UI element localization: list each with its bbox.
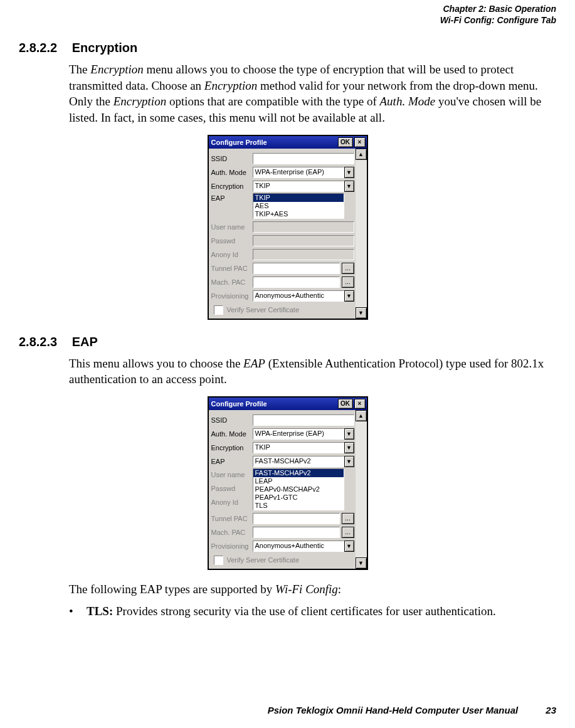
section-title: Encryption <box>72 41 137 55</box>
verify-cert-checkbox[interactable] <box>214 556 223 565</box>
label-tunnel-pac: Tunnel PAC <box>211 515 253 522</box>
label-provisioning: Provisioning <box>211 542 253 550</box>
verify-cert-checkbox[interactable] <box>214 305 223 315</box>
auth-mode-select[interactable]: WPA-Enterprise (EAP) <box>253 167 344 178</box>
mach-pac-input[interactable] <box>253 277 340 288</box>
tunnel-pac-input[interactable] <box>253 263 340 274</box>
dialog-titlebar[interactable]: Configure Profile OK × <box>209 136 367 149</box>
dialog-title: Configure Profile <box>211 400 337 408</box>
encryption-select[interactable]: TKIP <box>253 181 344 192</box>
username-input <box>253 221 354 233</box>
header-section: Wi-Fi Config: Configure Tab <box>19 15 556 26</box>
tunnel-pac-browse-button[interactable]: ... <box>342 513 354 524</box>
configure-profile-dialog-eap: Configure Profile OK × ▲ ▼ SSID Auth. Mo… <box>208 396 368 570</box>
paragraph-eap: This menu allows you to choose the EAP (… <box>69 356 556 388</box>
encryption-select[interactable]: TKIP <box>253 442 344 453</box>
ssid-input[interactable] <box>253 414 354 426</box>
label-eap: EAP <box>211 458 253 465</box>
bullet-tls: • TLS: Provides strong security via the … <box>69 603 556 620</box>
provisioning-select[interactable]: Anonymous+Authentic <box>253 541 344 552</box>
label-username: User name <box>211 471 253 478</box>
section-title: EAP <box>72 335 98 349</box>
label-encryption: Encryption <box>211 444 253 451</box>
ssid-input[interactable] <box>253 153 354 164</box>
section-number: 2.8.2.2 <box>19 41 57 55</box>
label-mach-pac: Mach. PAC <box>211 529 253 536</box>
vertical-scrollbar[interactable]: ▲ ▼ <box>356 410 367 569</box>
label-auth: Auth. Mode <box>211 430 253 438</box>
label-ssid: SSID <box>211 416 253 424</box>
scroll-down-button[interactable]: ▼ <box>356 307 367 319</box>
label-auth: Auth. Mode <box>211 169 253 176</box>
label-eap: EAP <box>211 194 253 202</box>
page-number: 23 <box>546 705 556 715</box>
chevron-down-icon[interactable]: ▼ <box>344 456 354 467</box>
ok-button[interactable]: OK <box>338 399 353 409</box>
page-footer: Psion Teklogix Omnii Hand-Held Computer … <box>268 705 556 715</box>
tunnel-pac-input[interactable] <box>253 513 340 524</box>
chevron-down-icon[interactable]: ▼ <box>344 541 354 552</box>
section-heading-eap: 2.8.2.3 EAP <box>19 335 556 349</box>
mach-pac-input[interactable] <box>253 527 340 538</box>
label-ssid: SSID <box>211 155 253 162</box>
scroll-up-button[interactable]: ▲ <box>356 149 367 160</box>
section-heading-encryption: 2.8.2.2 Encryption <box>19 41 556 55</box>
label-encryption: Encryption <box>211 182 253 190</box>
configure-profile-dialog-encryption: Configure Profile OK × ▲ ▼ SSID Auth. Mo… <box>208 135 368 320</box>
paragraph-eap-followup: The following EAP types are supported by… <box>69 581 556 598</box>
chevron-down-icon[interactable]: ▼ <box>344 290 354 302</box>
chevron-down-icon[interactable]: ▼ <box>344 181 354 192</box>
tunnel-pac-browse-button[interactable]: ... <box>342 263 354 274</box>
close-button[interactable]: × <box>354 399 366 409</box>
page-header: Chapter 2: Basic Operation Wi-Fi Config:… <box>19 0 556 26</box>
anony-input <box>253 249 354 260</box>
label-verify-cert: Verify Server Certificate <box>227 556 300 564</box>
mach-pac-browse-button[interactable]: ... <box>342 277 354 288</box>
label-tunnel-pac: Tunnel PAC <box>211 265 253 272</box>
auth-mode-select[interactable]: WPA-Enterprise (EAP) <box>253 428 344 440</box>
label-passwd: Passwd <box>211 237 253 245</box>
close-button[interactable]: × <box>354 137 366 147</box>
scroll-down-button[interactable]: ▼ <box>356 557 367 569</box>
chevron-down-icon[interactable]: ▼ <box>344 428 354 440</box>
label-username: User name <box>211 223 253 231</box>
mach-pac-browse-button[interactable]: ... <box>342 527 354 538</box>
vertical-scrollbar[interactable]: ▲ ▼ <box>356 149 367 319</box>
passwd-input <box>253 235 354 246</box>
paragraph-encryption: The Encryption menu allows you to choose… <box>69 61 556 126</box>
label-provisioning: Provisioning <box>211 292 253 300</box>
eap-select[interactable]: FAST-MSCHAPv2 <box>253 456 344 467</box>
label-verify-cert: Verify Server Certificate <box>227 306 300 314</box>
label-mach-pac: Mach. PAC <box>211 278 253 286</box>
header-chapter: Chapter 2: Basic Operation <box>19 4 556 15</box>
dialog-titlebar[interactable]: Configure Profile OK × <box>209 398 367 410</box>
footer-text: Psion Teklogix Omnii Hand-Held Computer … <box>268 705 519 715</box>
bullet-mark: • <box>69 603 75 620</box>
label-passwd: Passwd <box>211 485 253 492</box>
label-anony: Anony Id <box>211 251 253 258</box>
section-number: 2.8.2.3 <box>19 335 57 349</box>
scroll-up-button[interactable]: ▲ <box>356 410 367 421</box>
chevron-down-icon[interactable]: ▼ <box>344 167 354 178</box>
provisioning-select[interactable]: Anonymous+Authentic <box>253 290 344 302</box>
label-anony: Anony Id <box>211 499 253 506</box>
dialog-title: Configure Profile <box>211 139 337 146</box>
option-tkip-aes[interactable]: TKIP+AES <box>253 210 344 218</box>
ok-button[interactable]: OK <box>338 137 353 147</box>
chevron-down-icon[interactable]: ▼ <box>344 442 354 453</box>
